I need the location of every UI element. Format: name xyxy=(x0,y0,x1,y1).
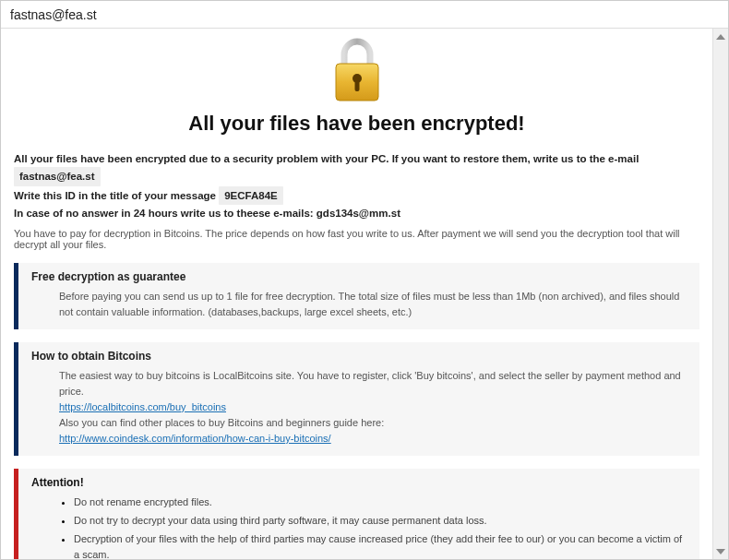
section-body: The easiest way to buy bitcoins is Local… xyxy=(31,368,690,447)
section-obtain-bitcoins: How to obtain Bitcoins The easiest way t… xyxy=(14,342,699,456)
id-badge: 9ECFA84E xyxy=(219,186,283,205)
section-title: Attention! xyxy=(31,476,690,489)
intro-line1: All your files have been encrypted due t… xyxy=(14,150,699,186)
section-title: How to obtain Bitcoins xyxy=(31,350,690,363)
obtain-link2[interactable]: http://www.coindesk.com/information/how-… xyxy=(59,433,331,444)
obtain-line2: Also you can find other places to buy Bi… xyxy=(59,415,690,431)
scrollbar[interactable] xyxy=(712,29,728,559)
list-item: Do not try to decrypt your data using th… xyxy=(74,513,690,529)
window-title: fastnas@fea.st xyxy=(10,7,97,22)
titlebar: fastnas@fea.st xyxy=(1,1,728,29)
section-attention: Attention! Do not rename encrypted files… xyxy=(14,469,699,559)
list-item: Decryption of your files with the help o… xyxy=(74,531,690,559)
lock-icon xyxy=(14,38,699,104)
page-title: All your files have been encrypted! xyxy=(14,112,699,136)
content-area: All your files have been encrypted! All … xyxy=(1,29,728,559)
obtain-link1[interactable]: https://localbitcoins.com/buy_bitcoins xyxy=(59,401,226,412)
intro-line3: In case of no answer in 24 hours write u… xyxy=(14,205,699,221)
intro-line1-text: All your files have been encrypted due t… xyxy=(14,153,639,164)
main-content: All your files have been encrypted! All … xyxy=(1,29,712,559)
scroll-down-icon[interactable] xyxy=(715,545,727,557)
section-title: Free decryption as guarantee xyxy=(31,270,690,283)
window: fastnas@fea.st xyxy=(0,0,729,560)
section-body: Before paying you can send us up to 1 fi… xyxy=(31,289,690,320)
intro-line2-text: Write this ID in the title of your messa… xyxy=(14,190,219,201)
intro-line2: Write this ID in the title of your messa… xyxy=(14,186,699,205)
attention-list: Do not rename encrypted files. Do not tr… xyxy=(59,494,690,559)
pay-line: You have to pay for decryption in Bitcoi… xyxy=(14,228,699,250)
list-item: Do not rename encrypted files. xyxy=(74,494,690,510)
obtain-line1: The easiest way to buy bitcoins is Local… xyxy=(59,368,690,399)
svg-rect-2 xyxy=(354,80,359,91)
section-free-decryption: Free decryption as guarantee Before payi… xyxy=(14,263,699,329)
section-body: Do not rename encrypted files. Do not tr… xyxy=(31,494,690,559)
scroll-up-icon[interactable] xyxy=(715,30,727,42)
email-badge: fastnas@fea.st xyxy=(14,167,101,185)
intro-block: All your files have been encrypted due t… xyxy=(14,150,699,222)
